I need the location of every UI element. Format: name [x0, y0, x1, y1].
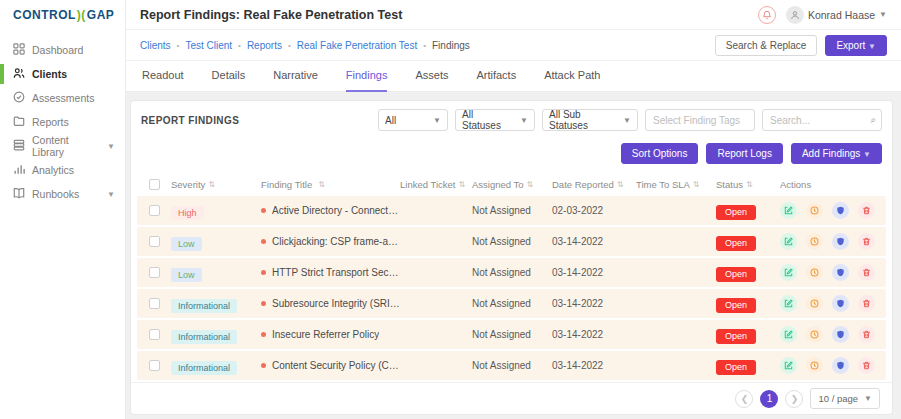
search-input[interactable]	[762, 109, 882, 131]
page-size-select[interactable]: 10 / page▼	[810, 388, 880, 409]
tab-narrative[interactable]: Narrative	[273, 61, 318, 92]
status-filter-select[interactable]: All Statuses▼	[455, 109, 535, 131]
shield-action-icon[interactable]	[832, 326, 849, 343]
sidebar-item-clients[interactable]: Clients	[0, 62, 125, 86]
breadcrumb-clients[interactable]: Clients	[140, 40, 171, 51]
edit-action-icon[interactable]	[780, 233, 797, 250]
sidebar-item-assessments[interactable]: Assessments	[0, 86, 125, 110]
sidebar-item-analytics[interactable]: Analytics	[0, 158, 125, 182]
column-header-time-to-sla[interactable]: Time To SLA⇅	[636, 179, 716, 190]
column-header-status[interactable]: Status⇅	[716, 179, 780, 190]
row-checkbox[interactable]	[149, 298, 160, 309]
edit-action-icon[interactable]	[780, 295, 797, 312]
breadcrumb-reports[interactable]: Reports	[247, 40, 282, 51]
severity-filter-select[interactable]: All▼	[378, 109, 448, 131]
finding-tags-input[interactable]	[645, 109, 755, 131]
delete-action-icon[interactable]	[858, 357, 875, 374]
tab-assets[interactable]: Assets	[415, 61, 448, 92]
status-badge[interactable]: Open	[716, 236, 756, 251]
search-replace-button[interactable]: Search & Replace	[715, 35, 818, 56]
sla-clock-action-icon[interactable]	[806, 264, 823, 281]
finding-row[interactable]: HighActive Directory - Connected Windows…	[137, 196, 886, 225]
tab-attack-path[interactable]: Attack Path	[544, 61, 600, 92]
shield-action-icon[interactable]	[832, 295, 849, 312]
finding-title[interactable]: HTTP Strict Transport Security (HSTS) no…	[272, 267, 400, 278]
export-button[interactable]: Export ▼	[825, 35, 887, 56]
user-menu[interactable]: Konrad Haase ▼	[786, 6, 887, 24]
date-reported-cell: 03-14-2022	[552, 360, 636, 371]
finding-row[interactable]: InformationalInsecure Referrer PolicyNot…	[137, 320, 886, 349]
sidebar-item-reports[interactable]: Reports	[0, 110, 125, 134]
notification-bell-icon[interactable]	[758, 6, 776, 24]
breadcrumb-test-client[interactable]: Test Client	[185, 40, 232, 51]
shield-action-icon[interactable]	[832, 264, 849, 281]
status-badge[interactable]: Open	[716, 205, 756, 220]
delete-action-icon[interactable]	[858, 264, 875, 281]
edit-action-icon[interactable]	[780, 357, 797, 374]
tab-readout[interactable]: Readout	[142, 61, 184, 92]
breadcrumb-actions: Search & Replace Export ▼	[715, 35, 887, 56]
row-checkbox[interactable]	[149, 205, 160, 216]
delete-action-icon[interactable]	[858, 295, 875, 312]
select-all-checkbox[interactable]	[149, 179, 160, 190]
row-checkbox[interactable]	[149, 360, 160, 371]
report-logs-button[interactable]: Report Logs	[706, 143, 782, 164]
finding-row[interactable]: InformationalSubresource Integrity (SRI)…	[137, 289, 886, 318]
column-header-date-reported[interactable]: Date Reported⇅	[552, 179, 636, 190]
delete-action-icon[interactable]	[858, 202, 875, 219]
tab-findings[interactable]: Findings	[346, 61, 388, 92]
finding-title[interactable]: Insecure Referrer Policy	[272, 329, 379, 340]
column-header-linked-ticket[interactable]: Linked Ticket⇅	[400, 179, 472, 190]
sidebar-item-runbooks[interactable]: Runbooks ▼	[0, 182, 125, 206]
delete-action-icon[interactable]	[858, 233, 875, 250]
breadcrumb-separator: •	[288, 41, 291, 50]
sort-icon: ⇅	[693, 180, 700, 189]
finding-title[interactable]: Active Directory - Connected Windows OT …	[272, 205, 400, 216]
shield-action-icon[interactable]	[832, 202, 849, 219]
edit-action-icon[interactable]	[780, 326, 797, 343]
status-badge[interactable]: Open	[716, 298, 756, 313]
tab-details[interactable]: Details	[212, 61, 246, 92]
shield-action-icon[interactable]	[832, 233, 849, 250]
sla-clock-action-icon[interactable]	[806, 357, 823, 374]
column-header-severity[interactable]: Severity⇅	[171, 179, 261, 190]
edit-action-icon[interactable]	[780, 202, 797, 219]
finding-row[interactable]: InformationalContent Security Policy (CS…	[137, 351, 886, 380]
finding-row[interactable]: LowHTTP Strict Transport Security (HSTS)…	[137, 258, 886, 287]
status-badge[interactable]: Open	[716, 360, 756, 375]
sla-clock-action-icon[interactable]	[806, 295, 823, 312]
row-checkbox[interactable]	[149, 236, 160, 247]
sla-clock-action-icon[interactable]	[806, 202, 823, 219]
finding-title[interactable]: Subresource Integrity (SRI) not implemen…	[272, 298, 400, 309]
edit-action-icon[interactable]	[780, 264, 797, 281]
finding-title[interactable]: Clickjacking: CSP frame-ancestors missin…	[272, 236, 400, 247]
next-page-button[interactable]: ❯	[785, 390, 803, 408]
delete-action-icon[interactable]	[858, 326, 875, 343]
dashboard-grid-icon	[13, 43, 25, 57]
sidebar-item-content-library[interactable]: Content Library ▼	[0, 134, 125, 158]
add-findings-button[interactable]: Add Findings ▼	[791, 143, 882, 164]
column-header-assigned-to[interactable]: Assigned To⇅	[472, 179, 552, 190]
sort-icon: ⇅	[318, 180, 325, 189]
shield-action-icon[interactable]	[832, 357, 849, 374]
severity-badge: High	[171, 206, 204, 220]
users-icon	[13, 67, 25, 81]
date-reported-cell: 03-14-2022	[552, 236, 636, 247]
sla-clock-action-icon[interactable]	[806, 326, 823, 343]
sub-status-filter-select[interactable]: All Sub Statuses▼	[542, 109, 638, 131]
sla-clock-action-icon[interactable]	[806, 233, 823, 250]
sidebar-item-dashboard[interactable]: Dashboard	[0, 38, 125, 62]
finding-row[interactable]: LowClickjacking: CSP frame-ancestors mis…	[137, 227, 886, 256]
prev-page-button[interactable]: ❮	[735, 390, 753, 408]
status-badge[interactable]: Open	[716, 267, 756, 282]
sort-options-button[interactable]: Sort Options	[621, 143, 699, 164]
column-header-title[interactable]: Finding Title⇅	[261, 179, 400, 190]
current-page-indicator[interactable]: 1	[760, 390, 778, 408]
finding-dot-icon	[261, 270, 266, 275]
status-badge[interactable]: Open	[716, 329, 756, 344]
finding-title[interactable]: Content Security Policy (CSP) not implem…	[272, 360, 400, 371]
tab-artifacts[interactable]: Artifacts	[476, 61, 516, 92]
breadcrumb-report-name[interactable]: Real Fake Penetration Test	[297, 40, 417, 51]
row-checkbox[interactable]	[149, 329, 160, 340]
row-checkbox[interactable]	[149, 267, 160, 278]
